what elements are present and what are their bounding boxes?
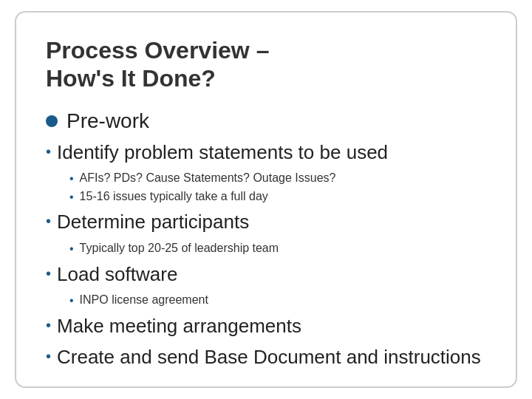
text-issues: 15-16 issues typically take a full day: [80, 188, 268, 205]
text-create: Create and send Base Document and instru…: [57, 345, 481, 369]
bullet-identify: •: [46, 143, 51, 160]
bullet-typically: •: [69, 242, 74, 256]
level1-item-load: • Load software: [46, 262, 486, 287]
bullet-issues: •: [69, 191, 74, 204]
slide-title: Process Overview – How's It Done?: [46, 36, 486, 93]
slide-content: Pre-work • Identify problem statements t…: [46, 109, 486, 377]
level1-item-meeting: • Make meeting arrangements: [46, 314, 486, 338]
prework-label: Pre-work: [66, 109, 149, 133]
section-load: • Load software • INPO license agreement: [46, 262, 486, 313]
level2-item-issues: • 15-16 issues typically take a full day: [69, 188, 486, 205]
level2-item-typically: • Typically top 20-25 of leadership team: [69, 240, 486, 256]
prework-square-bullet: [46, 115, 58, 127]
bullet-create: •: [46, 348, 51, 365]
prework-header: Pre-work: [46, 109, 486, 133]
section-create: • Create and send Base Document and inst…: [46, 345, 486, 375]
text-determine: Determine participants: [57, 210, 249, 234]
section-identify: • Identify problem statements to be used…: [46, 140, 486, 209]
bullet-determine: •: [46, 213, 51, 230]
bullet-inpo: •: [69, 294, 74, 307]
level1-item-identify: • Identify problem statements to be used: [46, 140, 486, 165]
section-determine: • Determine participants • Typically top…: [46, 210, 486, 260]
level1-item-determine: • Determine participants: [46, 210, 486, 234]
title-line1: Process Overview –: [46, 37, 269, 64]
section-meeting: • Make meeting arrangements: [46, 314, 486, 344]
level1-item-create: • Create and send Base Document and inst…: [46, 345, 486, 369]
text-meeting: Make meeting arrangements: [57, 314, 301, 338]
bullet-meeting: •: [46, 317, 51, 334]
text-inpo: INPO license agreement: [80, 292, 208, 308]
bullet-load: •: [46, 265, 51, 282]
text-load: Load software: [57, 262, 177, 287]
text-afis: AFIs? PDs? Cause Statements? Outage Issu…: [80, 170, 336, 186]
text-typically: Typically top 20-25 of leadership team: [80, 240, 279, 256]
bullet-afis: •: [69, 172, 74, 185]
slide: Process Overview – How's It Done? Pre-wo…: [15, 11, 517, 388]
sublist-determine: • Typically top 20-25 of leadership team: [69, 240, 486, 256]
sublist-load: • INPO license agreement: [69, 292, 486, 308]
sublist-identify: • AFIs? PDs? Cause Statements? Outage Is…: [69, 170, 486, 204]
level2-item-afis: • AFIs? PDs? Cause Statements? Outage Is…: [69, 170, 486, 186]
text-identify: Identify problem statements to be used: [57, 140, 388, 165]
level2-item-inpo: • INPO license agreement: [69, 292, 486, 308]
title-line2: How's It Done?: [46, 65, 216, 92]
